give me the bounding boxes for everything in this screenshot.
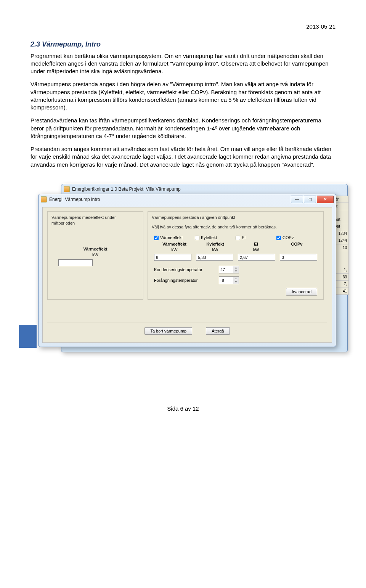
right-group-title: Värmepumpens prestada i angiven driftpun… (148, 212, 323, 220)
col-header-kyl: Kyleffekt (195, 241, 236, 247)
left-groupbox: Värmepumpens medeleffekt under mätperiod… (47, 211, 143, 300)
checkbox-label: Kyleffekt (201, 235, 217, 241)
copv-input[interactable] (280, 254, 317, 261)
col-unit: kW (195, 247, 236, 253)
checkbox-copv[interactable]: COPv (276, 235, 317, 241)
page-footer: Sida 6 av 12 (30, 405, 336, 413)
col-unit: kW (154, 247, 195, 253)
avancerad-button[interactable]: Avancerad (286, 288, 317, 296)
kondensering-label: Kondenseringstemperatur (154, 267, 215, 273)
checkbox-varmeeffekt[interactable]: Värmeeffekt (154, 235, 195, 241)
spin-down-icon[interactable]: ▼ (233, 270, 239, 273)
col-header-cop: COPv (276, 241, 317, 247)
paragraph-2: Värmepumpens prestanda anges i den högra… (30, 80, 336, 111)
left-col-unit: kW (48, 252, 143, 258)
spin-down-icon[interactable]: ▼ (233, 280, 239, 284)
section-heading: 2.3 Värmepump, Intro (30, 40, 336, 49)
col-unit: kW (236, 247, 276, 253)
back-button[interactable]: Återgå (206, 327, 230, 335)
paragraph-3: Prestandavärdena kan tas ifrån värmepump… (30, 117, 336, 140)
left-col-header: Värmeeffekt (48, 243, 143, 252)
remove-heatpump-button[interactable]: Ta bort värmepump (144, 327, 192, 335)
varmeeffekt-input[interactable] (154, 254, 191, 261)
app-icon (64, 186, 70, 192)
dialog-client-area: Värmepumpens medeleffekt under mätperiod… (42, 207, 332, 343)
checkbox-label: El (242, 235, 246, 241)
col-unit-empty (276, 247, 317, 253)
forangning-label: Förångningstemperatur (154, 278, 215, 283)
el-input[interactable] (238, 254, 275, 261)
forangning-value: -8 (219, 278, 233, 283)
minimize-button[interactable]: — (291, 196, 303, 203)
kondensering-spinner[interactable]: 47 ▲▼ (219, 266, 239, 273)
left-group-label: Värmepumpens medeleffekt under mätperiod… (48, 212, 143, 226)
forangning-spinner[interactable]: -8 ▲▼ (219, 276, 239, 284)
maximize-button[interactable]: ▢ (304, 196, 316, 203)
decorative-blue-strip (19, 325, 37, 348)
checkbox-kyleffekt[interactable]: Kyleffekt (195, 235, 236, 241)
paragraph-1: Programmet kan beräkna olika värmepumpss… (30, 52, 336, 76)
avg-power-input[interactable] (58, 259, 93, 266)
checkbox-el[interactable]: El (236, 235, 276, 241)
col-header-varme: Värmeeffekt (154, 241, 195, 247)
dialog-window: Energi, Värmepump intro — ▢ ✕ Värmepumpe… (38, 194, 336, 347)
background-window-title: Energiberäkningar 1.0 Beta Projekt: Vill… (72, 186, 181, 192)
right-groupbox: Värmepumpens prestada i angiven driftpun… (148, 211, 324, 300)
app-screenshot: Energiberäkningar 1.0 Beta Projekt: Vill… (38, 184, 336, 359)
kondensering-value: 47 (219, 267, 233, 273)
col-header-el: El (236, 241, 276, 247)
dialog-title: Energi, Värmepump intro (49, 196, 100, 202)
spin-up-icon[interactable]: ▲ (233, 266, 239, 270)
close-button[interactable]: ✕ (317, 196, 334, 203)
spin-up-icon[interactable]: ▲ (233, 277, 239, 280)
checkbox-label: Värmeeffekt (160, 235, 183, 241)
dialog-button-row: Ta bort värmepump Återgå (47, 320, 327, 335)
app-icon (41, 196, 47, 202)
kyleffekt-input[interactable] (196, 254, 233, 261)
paragraph-4: Prestandan som anges kommer att användas… (30, 145, 336, 169)
right-group-instruction: Välj två av dessa fyra alternativ, de an… (148, 220, 323, 230)
checkbox-label: COPv (283, 235, 294, 241)
page-date: 2013-05-21 (30, 23, 336, 31)
